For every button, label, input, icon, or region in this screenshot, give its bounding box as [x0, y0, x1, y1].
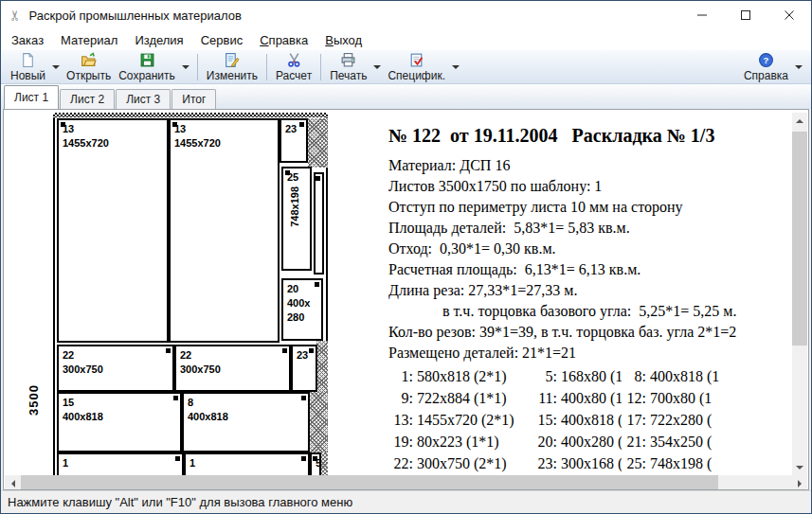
close-button[interactable]	[767, 1, 811, 29]
menu-material[interactable]: Материал	[52, 31, 126, 49]
scroll-left-arrow[interactable]	[5, 475, 20, 490]
diagram-rect: 22300x750	[174, 345, 291, 392]
waste-area	[308, 118, 328, 168]
tab-itog[interactable]: Итог	[171, 89, 216, 109]
horizontal-scrollbar[interactable]	[5, 475, 807, 490]
toolbar-separator	[266, 54, 267, 80]
base-corner-marker	[285, 170, 290, 175]
help-dropdown-arrow[interactable]	[792, 51, 805, 83]
details-row: 9: 722x884 (1*1)11: 400x80 (1*1)12: 700x…	[388, 390, 794, 412]
detail-item: 21: 354x250 (	[622, 434, 794, 455]
diagram-rect: 15400x818	[57, 392, 182, 452]
summary-line: Материал: ДСП 16	[388, 155, 736, 176]
menu-vyhod[interactable]: Выход	[316, 31, 370, 49]
save-button[interactable]: Сохранить	[115, 51, 179, 83]
details-row: 19: 80x223 (1*1)20: 400x280 (1*1)21: 354…	[388, 434, 794, 455]
help-circle-icon: ?	[758, 52, 774, 68]
detail-item: 17: 722x280 (	[622, 412, 794, 434]
scroll-right-arrow[interactable]	[792, 475, 807, 490]
close-icon	[784, 9, 795, 21]
edit-document-icon	[224, 52, 240, 68]
base-corner-marker	[313, 456, 317, 461]
details-row: 22: 300x750 (2*1)23: 300x168 (2*1)25: 74…	[388, 455, 794, 477]
base-corner-marker	[299, 122, 304, 127]
base-corner-marker	[301, 396, 306, 400]
detail-item: 9: 722x884 (1*1)	[388, 390, 532, 412]
base-corner-marker	[166, 348, 171, 353]
menu-spravka[interactable]: Справка	[251, 31, 316, 49]
detail-item: 20: 400x280 (1*1)	[532, 434, 622, 455]
summary-line: Листов 3500х1750 по шаблону: 1	[388, 176, 736, 197]
menu-servis[interactable]: Сервис	[192, 31, 252, 49]
menubar: Заказ Материал Изделия Сервис Справка Вы…	[1, 29, 811, 50]
base-corner-marker	[282, 348, 287, 353]
detail-item: 25: 748x198 (	[622, 455, 794, 477]
details-row: 13: 1455x720 (2*1)15: 400x818 (1*1)17: 7…	[388, 412, 794, 434]
base-corner-marker	[172, 122, 177, 127]
diagram-rect: 131455x720	[57, 118, 169, 343]
help-button[interactable]: ? Справка	[740, 51, 792, 83]
calc-button[interactable]: Расчет	[272, 51, 316, 83]
toolbar: Новый Открыть Сохранить Изменить Расчет …	[1, 50, 811, 84]
base-corner-marker	[61, 122, 65, 127]
app-window: ✂ Раскрой промышленных материалов Заказ …	[0, 0, 812, 514]
waste-area	[310, 392, 328, 452]
print-dropdown-arrow[interactable]	[370, 51, 384, 83]
content-pane: 3500 131455x720131455x7202325748x1982040…	[3, 109, 809, 490]
save-dropdown-arrow[interactable]	[179, 51, 192, 83]
diagram-rect: 131455x720	[169, 118, 280, 343]
details-grid: 1: 580x818 (2*1)5: 168x80 (1*1)8: 400x81…	[388, 368, 794, 477]
summary-line: Отступ по периметру листа 10 мм на сторо…	[388, 197, 736, 218]
details-row: 1: 580x818 (2*1)5: 168x80 (1*1)8: 400x81…	[388, 368, 794, 390]
detail-item: 8: 400x818 (1	[622, 368, 794, 390]
base-corner-marker	[315, 282, 319, 287]
open-folder-icon	[81, 52, 97, 68]
detail-item: 15: 400x818 (1*1)	[532, 412, 622, 434]
new-dropdown-arrow[interactable]	[49, 51, 63, 83]
scroll-up-arrow[interactable]	[792, 113, 807, 128]
diagram-rect: 23	[280, 118, 308, 163]
summary-line: Размещено деталей: 21*1=21	[388, 343, 736, 363]
vertical-scroll-thumb[interactable]	[792, 132, 807, 346]
tab-list2[interactable]: Лист 2	[60, 89, 115, 109]
minimize-button[interactable]	[680, 1, 724, 29]
tab-list1[interactable]: Лист 1	[4, 85, 59, 109]
svg-text:?: ?	[764, 55, 769, 65]
spec-button[interactable]: Специфик.	[384, 51, 449, 83]
menu-izdeliya[interactable]: Изделия	[126, 31, 191, 49]
detail-item: 11: 400x80 (1*1)	[532, 390, 622, 412]
diagram-rect	[314, 172, 324, 275]
scroll-down-arrow[interactable]	[792, 460, 807, 475]
maximize-button[interactable]	[724, 1, 767, 29]
base-corner-marker	[316, 176, 320, 181]
summary-line: Расчетная площадь: 6,13*1= 6,13 кв.м.	[388, 259, 736, 280]
tab-list3[interactable]: Лист 3	[116, 89, 171, 109]
summary-line: в т.ч. торцовка базового угла: 5,25*1= 5…	[388, 301, 736, 322]
base-corner-marker	[301, 456, 306, 461]
save-floppy-icon	[139, 52, 155, 68]
tabbar: Лист 1 Лист 2 Лист 3 Итог	[1, 84, 811, 109]
print-button[interactable]: Печать	[326, 51, 370, 83]
scissors-icon	[286, 52, 302, 68]
diagram-rect: 25748x198	[281, 167, 312, 271]
diagram-rect: 8400x818	[182, 392, 310, 452]
edit-button[interactable]: Изменить	[203, 51, 262, 83]
sheet-height-label: 3500	[27, 384, 41, 416]
detail-item: 23: 300x168 (2*1)	[532, 455, 622, 477]
summary-line: Площадь деталей: 5,83*1= 5,83 кв.м.	[388, 218, 736, 239]
new-button[interactable]: Новый	[7, 51, 49, 83]
maximize-icon	[740, 9, 751, 21]
base-corner-marker	[173, 396, 178, 400]
detail-item: 1: 580x818 (2*1)	[388, 368, 532, 390]
open-button[interactable]: Открыть	[63, 51, 115, 83]
detail-item: 12: 700x80 (1	[622, 390, 794, 412]
spec-dropdown-arrow[interactable]	[449, 51, 462, 83]
diagram-rect: 22300x750	[57, 345, 174, 392]
toolbar-separator	[320, 54, 321, 80]
menu-zakaz[interactable]: Заказ	[3, 31, 52, 49]
vertical-scrollbar[interactable]	[792, 113, 807, 475]
horizontal-scroll-thumb[interactable]	[21, 475, 718, 490]
titlebar: ✂ Раскрой промышленных материалов	[1, 1, 811, 29]
detail-item: 19: 80x223 (1*1)	[388, 434, 532, 455]
app-scissors-icon: ✂	[7, 9, 24, 22]
